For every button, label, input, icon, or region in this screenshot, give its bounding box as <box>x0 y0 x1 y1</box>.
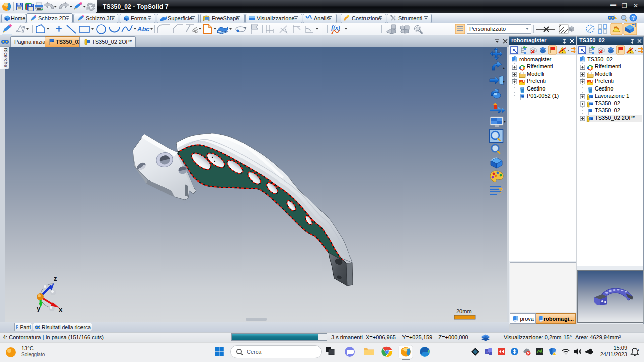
svg-text:20mm: 20mm <box>456 308 472 314</box>
svg-text:f(x): f(x) <box>331 24 340 31</box>
svg-text:?: ? <box>632 15 635 21</box>
svg-text:Abc: Abc <box>137 25 150 33</box>
svg-text:y: y <box>37 305 41 312</box>
svg-text:T: T <box>486 350 488 354</box>
svg-text:x: x <box>59 306 63 313</box>
svg-text:z: z <box>637 348 639 351</box>
svg-text:z: z <box>54 275 57 282</box>
svg-text:?: ? <box>498 186 503 194</box>
